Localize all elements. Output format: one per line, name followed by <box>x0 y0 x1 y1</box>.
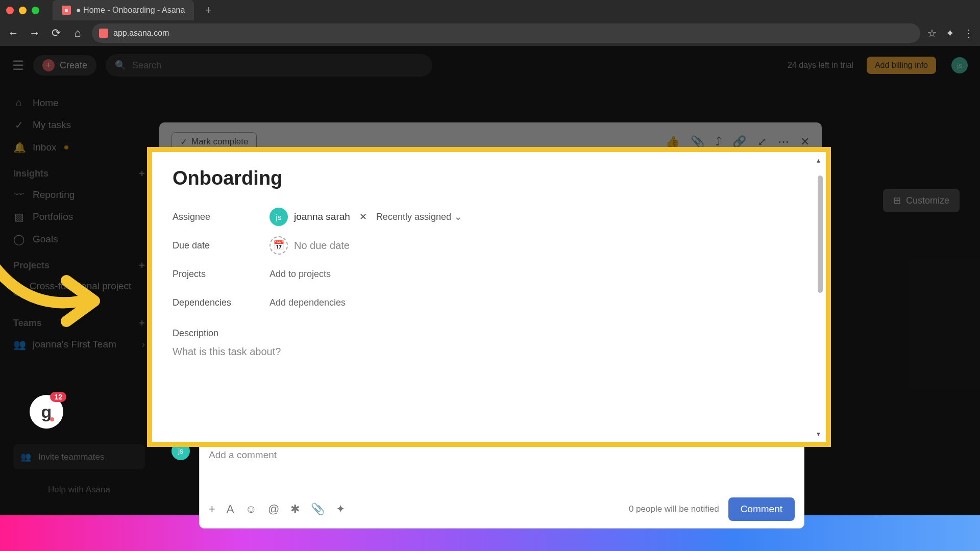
bookmark-icon[interactable]: ☆ <box>927 27 937 39</box>
task-detail-modal: Onboarding Assignee js joanna sarah ✕ Re… <box>147 147 831 447</box>
sparkle-icon[interactable]: ✦ <box>336 503 345 516</box>
assignee-row: Assignee js joanna sarah ✕ Recently assi… <box>173 204 805 230</box>
comment-placeholder: Add a comment <box>209 449 795 461</box>
forward-icon[interactable]: → <box>28 27 42 40</box>
attach-icon[interactable]: 📎 <box>311 503 325 516</box>
projects-label: Projects <box>173 269 270 280</box>
comment-right: 0 people will be notified Comment <box>629 497 795 521</box>
due-date-row: Due date 📅 No due date <box>173 232 805 259</box>
add-dependencies-button[interactable]: Add dependencies <box>270 297 346 308</box>
assignee-name: joanna sarah <box>294 211 350 222</box>
scroll-thumb[interactable] <box>818 176 823 293</box>
comment-area: js Add a comment + A ☺ @ ✱ 📎 ✦ 0 people … <box>172 442 804 529</box>
g-badge[interactable]: g12 <box>30 395 63 429</box>
dependencies-row: Dependencies Add dependencies <box>173 289 805 316</box>
dependencies-label: Dependencies <box>173 297 270 308</box>
modal-content: Onboarding Assignee js joanna sarah ✕ Re… <box>152 152 826 442</box>
browser-tab[interactable]: ≡ ● Home - Onboarding - Asana <box>53 0 194 20</box>
favicon-icon: ≡ <box>62 6 71 15</box>
tab-bar: ≡ ● Home - Onboarding - Asana + <box>0 0 980 20</box>
g-badge-count: 12 <box>50 392 66 402</box>
extensions-icon[interactable]: ✦ <box>946 27 954 39</box>
text-format-icon[interactable]: A <box>227 503 234 516</box>
recently-assigned-dropdown[interactable]: Recently assigned ⌄ <box>376 211 462 222</box>
scroll-up-icon[interactable]: ▴ <box>817 156 820 164</box>
star-icon[interactable]: ✱ <box>290 503 300 516</box>
site-favicon-icon <box>99 29 108 38</box>
scrollbar[interactable]: ▴ ▾ <box>817 156 824 438</box>
menu-icon[interactable]: ⋮ <box>964 27 974 39</box>
reload-icon[interactable]: ⟳ <box>49 27 63 40</box>
traffic-lights <box>6 7 39 14</box>
app-area: ☰ + Create 🔍 Search 24 days left in tria… <box>0 46 980 515</box>
comment-button[interactable]: Comment <box>728 497 795 521</box>
due-date-text[interactable]: No due date <box>294 240 350 252</box>
chevron-down-icon: ⌄ <box>454 211 462 222</box>
extension-icons: ☆ ✦ ⋮ <box>927 27 974 39</box>
home-icon[interactable]: ⌂ <box>70 27 85 40</box>
mention-icon[interactable]: @ <box>268 503 279 516</box>
browser-chrome: ≡ ● Home - Onboarding - Asana + ← → ⟳ ⌂ … <box>0 0 980 46</box>
assignee-chip[interactable]: js joanna sarah <box>270 208 350 226</box>
assignee-label: Assignee <box>173 212 270 222</box>
new-tab-button[interactable]: + <box>205 4 212 17</box>
description-label: Description <box>173 328 805 339</box>
remove-assignee-button[interactable]: ✕ <box>359 211 367 222</box>
add-icon[interactable]: + <box>209 503 215 516</box>
due-date-label: Due date <box>173 240 270 251</box>
assignee-avatar: js <box>270 208 288 226</box>
address-bar: ← → ⟳ ⌂ app.asana.com ☆ ✦ ⋮ <box>0 20 980 46</box>
minimize-window-icon[interactable] <box>19 7 27 14</box>
recently-assigned-label: Recently assigned <box>376 212 451 222</box>
comment-box[interactable]: Add a comment + A ☺ @ ✱ 📎 ✦ 0 people wil… <box>199 442 804 529</box>
calendar-icon[interactable]: 📅 <box>270 236 288 255</box>
description-field[interactable]: What is this task about? <box>173 346 805 358</box>
url-field[interactable]: app.asana.com <box>92 23 920 43</box>
back-icon[interactable]: ← <box>6 27 20 40</box>
comment-tools: + A ☺ @ ✱ 📎 ✦ <box>209 503 345 516</box>
task-title[interactable]: Onboarding <box>173 167 805 189</box>
notify-text: 0 people will be notified <box>629 504 719 514</box>
close-window-icon[interactable] <box>6 7 14 14</box>
comment-footer: + A ☺ @ ✱ 📎 ✦ 0 people will be notified … <box>209 497 795 521</box>
maximize-window-icon[interactable] <box>32 7 39 14</box>
projects-row: Projects Add to projects <box>173 261 805 287</box>
emoji-icon[interactable]: ☺ <box>246 503 257 516</box>
add-to-projects-button[interactable]: Add to projects <box>270 269 331 280</box>
url-text: app.asana.com <box>113 29 169 38</box>
tab-title: ● Home - Onboarding - Asana <box>76 6 185 15</box>
scroll-down-icon[interactable]: ▾ <box>817 430 820 438</box>
